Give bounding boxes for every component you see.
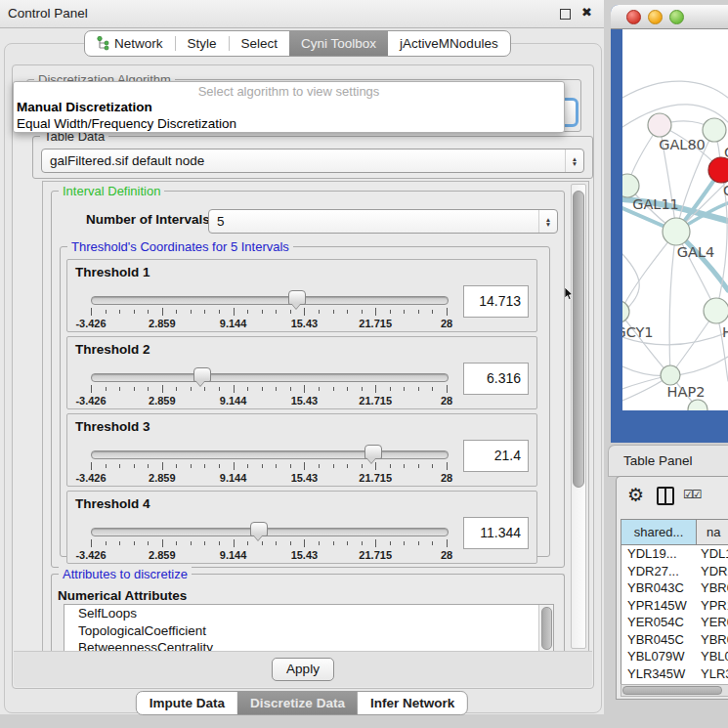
tick <box>290 464 291 468</box>
slider-track[interactable] <box>91 296 449 305</box>
interval-definition-group: Interval Definition Number of Intervals … <box>51 191 565 568</box>
table-row[interactable]: YBR045C YBR0 <box>621 631 728 649</box>
node-table-rows: YDL19... YDL1 YDR27... YDR2 YBR043C YBR0… <box>621 545 728 685</box>
tab-network[interactable]: Network <box>85 31 175 56</box>
tab-select[interactable]: Select <box>230 31 290 56</box>
table-row[interactable]: YBR043C YBR0 <box>621 579 728 597</box>
bottom-tab-infer-network[interactable]: Infer Network <box>358 692 467 714</box>
table-row[interactable]: YER054C YER0 <box>621 614 728 631</box>
popup-item-manual-discretization[interactable]: Manual Discretization <box>14 99 564 115</box>
apply-button[interactable]: Apply <box>272 658 334 681</box>
close-icon[interactable]: ✖ <box>581 5 592 20</box>
tick <box>148 464 149 468</box>
threshold-value-field[interactable]: 14.713 <box>463 285 529 318</box>
table-row[interactable]: YLR345W YLR3 <box>621 665 728 683</box>
select-columns-icon[interactable]: ☑☑ <box>683 488 701 501</box>
tick-label: 2.859 <box>149 549 176 561</box>
network-node[interactable] <box>622 174 639 197</box>
tick <box>276 464 277 468</box>
tick <box>333 310 334 314</box>
threshold-1-box: Threshold 1 -3.4262.8599.14415.4321.7152… <box>66 259 537 332</box>
table-row[interactable]: YDL19... YDL1 <box>621 545 728 563</box>
attributes-scrollbar-thumb[interactable] <box>541 607 552 650</box>
network-node[interactable] <box>648 113 671 137</box>
slider-thumb[interactable] <box>364 445 382 459</box>
table-row[interactable]: YDR27... YDR2 <box>621 563 728 580</box>
gear-icon[interactable]: ⚙ <box>627 484 644 506</box>
attributes-scrollbar[interactable] <box>538 605 553 654</box>
table-data-combobox-value: galFiltered.sif default node <box>42 153 565 168</box>
tick <box>234 462 235 470</box>
attribute-item-topologicalcoefficient[interactable]: TopologicalCoefficient <box>64 622 553 640</box>
tick <box>134 387 135 391</box>
network-node[interactable] <box>708 157 728 183</box>
threshold-value-field[interactable]: 6.316 <box>463 363 529 395</box>
bottom-tab-discretize-data[interactable]: Discretize Data <box>237 692 358 714</box>
network-canvas[interactable]: GAL80GAGAL11CGAL4GCY1HHAP2 <box>622 29 728 410</box>
network-edge[interactable] <box>622 81 728 98</box>
tab-cyni-toolbox[interactable]: Cyni Toolbox <box>289 31 388 56</box>
tick-label: 28 <box>441 472 452 484</box>
zoom-traffic-light-icon[interactable] <box>669 10 684 24</box>
popup-item-equal-width-frequency[interactable]: Equal Width/Frequency Discretization <box>14 115 564 132</box>
threshold-value-field[interactable]: 11.344 <box>463 517 529 549</box>
network-node[interactable] <box>688 400 707 410</box>
slider: -3.4262.8599.14415.4321.71528 <box>91 523 447 562</box>
table-data-combobox[interactable]: galFiltered.sif default node ▲▼ <box>41 149 584 173</box>
tick <box>447 462 448 470</box>
tick <box>404 541 405 545</box>
column-header-shared-name[interactable]: shared... <box>621 520 697 544</box>
settings-scrollbar-thumb[interactable] <box>573 191 584 488</box>
slider-thumb[interactable] <box>193 367 211 382</box>
tick <box>119 464 120 468</box>
tick <box>390 387 391 391</box>
tab-jactivemnodules[interactable]: jActiveMNodules <box>388 31 510 56</box>
slider-thumb[interactable] <box>288 290 306 305</box>
slider-thumb[interactable] <box>250 522 268 536</box>
attributes-group-title: Attributes to discretize <box>59 567 192 581</box>
slider: -3.4262.8599.14415.4321.71528 <box>91 368 447 407</box>
node-label-gal4: GAL4 <box>677 244 714 260</box>
network-node[interactable] <box>704 298 728 323</box>
tick <box>304 385 305 393</box>
tick <box>134 541 135 545</box>
tick <box>234 308 235 316</box>
attribute-items: SelfLoopsTopologicalCoefficientBetweenne… <box>64 605 553 655</box>
network-node[interactable] <box>622 301 629 322</box>
tick <box>304 308 305 316</box>
slider-track[interactable] <box>91 450 449 459</box>
combobox-stepper-icon[interactable]: ▲▼ <box>565 150 583 172</box>
tick <box>91 385 92 393</box>
slider-tick-labels: -3.4262.8599.14415.4321.71528 <box>91 395 447 407</box>
float-window-icon[interactable] <box>560 9 571 20</box>
numerical-attributes-list[interactable]: SelfLoopsTopologicalCoefficientBetweenne… <box>64 604 554 655</box>
slider-track[interactable] <box>91 373 449 382</box>
tick <box>219 387 220 391</box>
table-horizontal-scrollbar[interactable] <box>621 684 728 697</box>
tick <box>262 387 263 391</box>
tab-style[interactable]: Style <box>176 31 229 56</box>
combobox-stepper-icon[interactable]: ▲▼ <box>538 210 557 233</box>
threshold-value-field[interactable]: 21.4 <box>463 440 529 472</box>
tick <box>176 464 177 468</box>
column-header-name[interactable]: na <box>697 520 728 544</box>
number-of-intervals-combobox[interactable]: 5 ▲▼ <box>208 209 558 234</box>
settings-scrollbar[interactable] <box>571 184 586 649</box>
table-row[interactable]: YBL079W YBL0 <box>621 648 728 665</box>
tick-label: 21.715 <box>359 472 392 484</box>
slider-track[interactable] <box>91 528 449 536</box>
table-horizontal-scrollbar-thumb[interactable] <box>622 686 722 695</box>
bottom-tab-impute-data[interactable]: Impute Data <box>137 692 237 714</box>
minimize-traffic-light-icon[interactable] <box>648 10 663 24</box>
algorithm-dropdown-popup: Select algorithm to view settings Manual… <box>13 81 565 133</box>
attribute-item-selfloops[interactable]: SelfLoops <box>64 605 553 622</box>
table-row[interactable]: YPR145W YPR1 <box>621 597 728 615</box>
network-node[interactable] <box>703 118 726 142</box>
network-node[interactable] <box>663 218 690 245</box>
split-column-icon[interactable] <box>657 487 674 505</box>
network-node[interactable] <box>661 365 680 385</box>
tick <box>162 462 163 470</box>
threshold-4-box: Threshold 4 -3.4262.8599.14415.4321.7152… <box>66 491 537 564</box>
close-traffic-light-icon[interactable] <box>626 10 641 24</box>
network-edge[interactable] <box>669 232 676 375</box>
